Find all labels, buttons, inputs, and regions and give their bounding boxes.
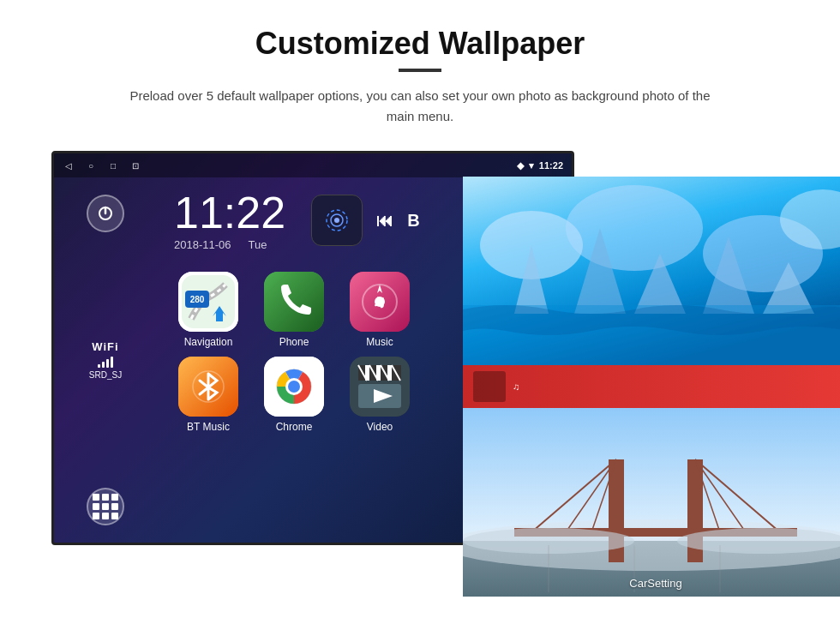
screenshot-icon[interactable]: ⊡ (129, 159, 141, 171)
video-label: Video (345, 421, 414, 433)
clock-date: 2018-11-06 Tue (174, 238, 285, 251)
phone-label: Phone (260, 336, 328, 348)
svg-point-4 (334, 218, 339, 223)
carsetting-label: CarSetting (629, 577, 681, 590)
svg-point-35 (566, 185, 703, 271)
clock-icons: ⏮ B (311, 195, 419, 246)
music-icon: ♫ (350, 272, 410, 332)
music-label: Music (345, 336, 414, 348)
wifi-bar-1 (98, 364, 100, 368)
k-icon[interactable]: ⏮ (376, 211, 393, 231)
navigation-svg: 280 (178, 272, 238, 332)
page-subtitle: Preload over 5 default wallpaper options… (120, 86, 720, 127)
day-value: Tue (249, 238, 267, 251)
power-button[interactable] (87, 195, 124, 232)
chrome-label: Chrome (260, 421, 328, 433)
wifi-info: WiFi SRD_SJ (89, 340, 122, 380)
app-chrome[interactable]: Chrome (260, 357, 328, 433)
home-icon[interactable]: ○ (85, 159, 97, 171)
app-video[interactable]: Video (345, 357, 414, 433)
clock-time: 11:22 (174, 190, 285, 235)
music-svg: ♫ (350, 272, 410, 332)
app-bt-music[interactable]: BT Music (174, 357, 243, 433)
wallpaper-preview-ice (463, 177, 840, 365)
video-svg (350, 357, 410, 417)
wifi-bar-4 (111, 357, 113, 368)
media-thumbnail (473, 371, 506, 402)
apps-button[interactable] (87, 488, 124, 525)
media-text: ♫ (513, 381, 519, 392)
svg-rect-10 (264, 272, 324, 332)
ice-wallpaper-svg (463, 177, 840, 365)
video-icon (350, 357, 410, 417)
radio-svg (321, 205, 352, 236)
svg-text:♫: ♫ (372, 291, 387, 312)
app-navigation[interactable]: 280 Navigation (174, 272, 243, 348)
wallpaper-preview-bridge: CarSetting (463, 408, 840, 597)
status-bar: ◁ ○ □ ⊡ ◆ ▾ 11:22 (54, 153, 572, 177)
title-divider (399, 69, 441, 72)
power-icon (97, 205, 114, 222)
date-value: 2018-11-06 (174, 238, 231, 251)
phone-svg (264, 272, 324, 332)
status-time: 11:22 (539, 160, 563, 171)
bt-icon (178, 357, 238, 417)
wifi-ssid: SRD_SJ (89, 370, 122, 380)
recents-icon[interactable]: □ (107, 159, 119, 171)
left-sidebar: WiFi SRD_SJ (54, 177, 157, 543)
main-container: ◁ ○ □ ⊡ ◆ ▾ 11:22 WiFi (51, 151, 789, 545)
back-icon[interactable]: ◁ (63, 159, 75, 171)
phone-icon (264, 272, 324, 332)
radio-icon-sm[interactable] (311, 195, 363, 246)
navigation-label: Navigation (174, 336, 243, 348)
b-icon[interactable]: B (407, 211, 419, 231)
wifi-bar-2 (102, 362, 105, 368)
chrome-icon (264, 357, 324, 417)
chrome-svg (264, 357, 324, 417)
app-phone[interactable]: Phone (260, 272, 328, 348)
wallpaper-previews: ♫ (463, 177, 840, 597)
status-right: ◆ ▾ 11:22 (517, 160, 563, 171)
wifi-label: WiFi (89, 340, 122, 353)
clock-display: 11:22 2018-11-06 Tue (174, 190, 285, 251)
bt-svg (178, 357, 238, 417)
svg-point-20 (288, 381, 300, 393)
navigation-icon: 280 (178, 272, 238, 332)
wifi-bar-3 (106, 359, 109, 368)
media-strip: ♫ (463, 365, 840, 408)
wifi-bars (89, 356, 122, 368)
apps-grid-icon (93, 494, 118, 519)
signal-icon: ▾ (529, 160, 534, 171)
location-icon: ◆ (517, 160, 524, 171)
page-title: Customized Wallpaper (255, 26, 585, 62)
bt-music-label: BT Music (174, 421, 243, 433)
status-left: ◁ ○ □ ⊡ (63, 159, 141, 171)
svg-text:280: 280 (190, 295, 205, 304)
app-music[interactable]: ♫ Music (345, 272, 414, 348)
bridge-wallpaper-svg (463, 408, 840, 597)
